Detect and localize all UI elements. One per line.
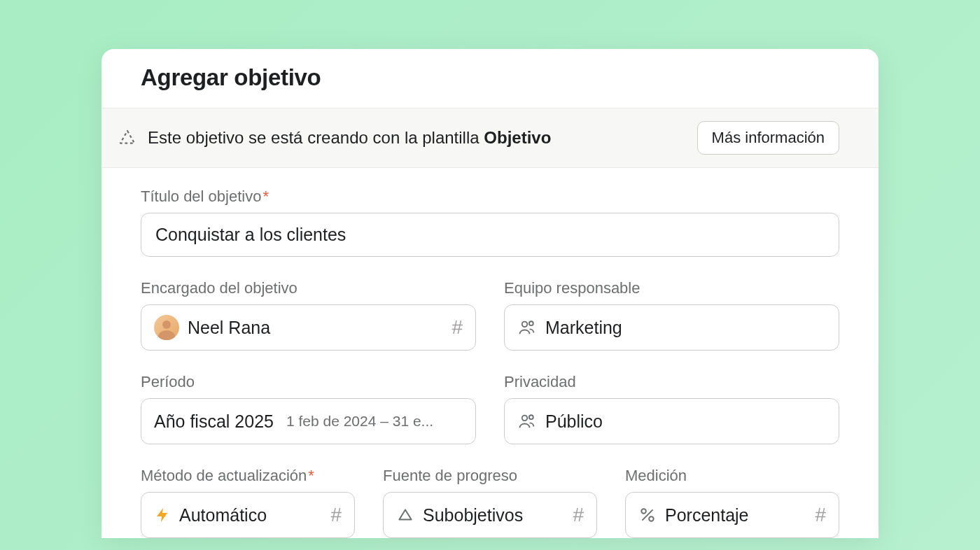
- banner-text: Este objetivo se está creando con la pla…: [148, 128, 551, 148]
- banner-content: Este objetivo se está creando con la pla…: [117, 127, 551, 148]
- measurement-value: Porcentaje: [665, 505, 806, 526]
- progress-source-field: Fuente de progreso Subobjetivos #: [383, 467, 597, 538]
- modal-title: Agregar objetivo: [141, 64, 839, 91]
- svg-line-6: [642, 509, 652, 520]
- svg-point-0: [522, 322, 527, 327]
- goal-title-label: Título del objetivo: [141, 188, 839, 206]
- more-info-button[interactable]: Más información: [697, 121, 839, 155]
- svg-point-2: [522, 416, 527, 421]
- svg-point-4: [641, 509, 646, 514]
- team-value: Marketing: [545, 318, 826, 338]
- team-select[interactable]: Marketing: [504, 304, 839, 351]
- owner-field: Encargado del objetivo Neel Rana #: [141, 279, 476, 351]
- privacy-select[interactable]: Público: [504, 398, 839, 444]
- privacy-icon: [517, 411, 537, 431]
- owner-select[interactable]: Neel Rana #: [141, 304, 476, 351]
- privacy-value: Público: [545, 411, 826, 432]
- hash-icon: #: [815, 504, 826, 526]
- update-method-value: Automático: [179, 505, 322, 526]
- period-date-range: 1 feb de 2024 – 31 e...: [286, 413, 433, 430]
- subgoals-icon: [396, 506, 414, 524]
- form-body: Título del objetivo Encargado del objeti…: [102, 168, 878, 538]
- avatar: [154, 315, 179, 340]
- hash-icon: #: [451, 316, 463, 339]
- owner-label: Encargado del objetivo: [141, 279, 476, 297]
- period-label: Período: [141, 373, 476, 391]
- progress-source-label: Fuente de progreso: [383, 467, 597, 485]
- hash-icon: #: [330, 504, 342, 526]
- owner-value: Neel Rana: [188, 318, 443, 338]
- update-method-field: Método de actualización Automático #: [141, 467, 355, 538]
- team-label: Equipo responsable: [504, 279, 839, 297]
- svg-point-5: [649, 516, 654, 521]
- goal-title-input[interactable]: [141, 213, 839, 257]
- update-method-select[interactable]: Automático #: [141, 492, 355, 538]
- measurement-label: Medición: [625, 467, 839, 485]
- measurement-select[interactable]: Porcentaje #: [625, 492, 839, 538]
- period-field: Período Año fiscal 2025 1 feb de 2024 – …: [141, 373, 476, 444]
- privacy-field: Privacidad Público: [504, 373, 839, 444]
- svg-point-1: [529, 321, 533, 325]
- update-method-label: Método de actualización: [141, 467, 355, 485]
- team-icon: [517, 318, 537, 337]
- progress-source-select[interactable]: Subobjetivos #: [383, 492, 597, 538]
- period-select[interactable]: Año fiscal 2025 1 feb de 2024 – 31 e...: [141, 398, 476, 444]
- hash-icon: #: [573, 504, 584, 526]
- period-value: Año fiscal 2025: [154, 411, 274, 432]
- progress-source-value: Subobjetivos: [423, 505, 564, 526]
- team-field: Equipo responsable Marketing: [504, 279, 839, 351]
- template-banner: Este objetivo se está creando con la pla…: [102, 108, 878, 168]
- percent-icon: [638, 506, 657, 524]
- template-triangle-icon: [117, 127, 138, 148]
- modal-header: Agregar objetivo: [102, 49, 878, 108]
- goal-title-field: Título del objetivo: [141, 188, 839, 257]
- measurement-field: Medición Porcentaje #: [625, 467, 839, 538]
- svg-point-3: [529, 415, 533, 419]
- privacy-label: Privacidad: [504, 373, 839, 391]
- lightning-icon: [154, 507, 171, 523]
- add-goal-modal: Agregar objetivo Este objetivo se está c…: [102, 49, 878, 538]
